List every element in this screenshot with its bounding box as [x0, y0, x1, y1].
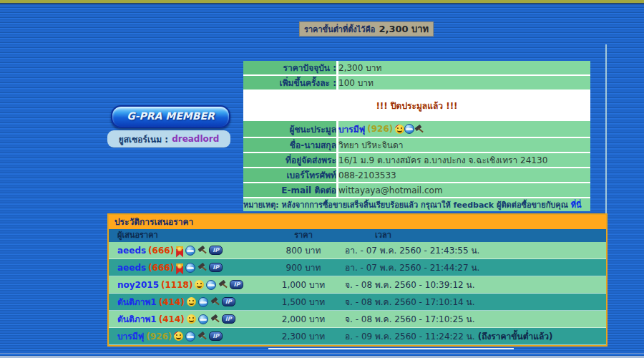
feedback-here-link[interactable]: ที่นี่: [571, 200, 582, 210]
bid-history-table: ประวัติการเสนอราคา ผู้เสนอราคา ราคา เวลา…: [107, 213, 608, 347]
ip-icon[interactable]: IP: [222, 297, 235, 306]
gavel-icon[interactable]: [197, 246, 207, 255]
bidder-link[interactable]: บารมีฟุ: [117, 329, 144, 343]
bidder-cell: ตันติภาพ1(414)IP: [109, 295, 268, 309]
bidder-feedback-score: (666): [148, 263, 174, 273]
bid-history-header: ผู้เสนอราคา ราคา เวลา: [109, 229, 606, 242]
gavel-icon[interactable]: [210, 314, 220, 324]
bidder-cell: บารมีฟุ(926)IP: [109, 329, 268, 343]
phone-value: 088-2103533: [338, 168, 591, 183]
bidder-cell: aeeds(666)IP: [109, 246, 268, 256]
column-bidder: ผู้เสนอราคา: [109, 229, 268, 242]
ip-icon[interactable]: IP: [209, 263, 223, 272]
bid-note: (ถึงราคาขั้นต่ำแล้ว): [478, 332, 553, 342]
bid-time: จ. - 08 พ.ค. 2560 - 10:39:12 น.: [339, 278, 606, 291]
bid-price: 1,500 บาท: [268, 295, 339, 309]
current-price-value: 2,300 บาท: [338, 61, 591, 75]
bottom-line: [0, 353, 644, 354]
gavel-icon[interactable]: [218, 280, 228, 289]
ip-icon[interactable]: IP: [209, 332, 223, 341]
username-box: ยูสเซอร์เนม : dreadlord: [107, 130, 230, 147]
current-price-label: ราคาปัจจุบัน :: [243, 61, 338, 75]
phone-row: เบอร์โทรศัพท์ 088-2103533: [243, 168, 590, 183]
top-dark-stripe: [0, 3, 644, 4]
address-label: ที่อยู่จัดส่งพระ: [243, 153, 338, 168]
minimum-price-value: 2,300 บาท: [379, 21, 429, 37]
gavel-icon[interactable]: [210, 297, 220, 306]
winner-row: ผู้ชนะประมูล บารมีฟุ (926): [243, 120, 590, 137]
current-price-row: ราคาปัจจุบัน : 2,300 บาท: [243, 61, 590, 75]
globe-icon[interactable]: [198, 314, 208, 324]
auction-page: { "top_notice": { "prefix": "ราคาขั้นต่ำ…: [0, 0, 644, 358]
column-time: เวลา: [339, 229, 606, 242]
bid-price: 900 บาท: [268, 261, 339, 274]
winner-feedback-score: (926): [367, 124, 393, 134]
bidder-link[interactable]: ตันติภาพ1: [117, 295, 157, 309]
bidder-feedback-score: (414): [159, 314, 185, 324]
globe-icon[interactable]: [206, 280, 216, 290]
globe-icon[interactable]: [404, 124, 414, 134]
gavel-icon[interactable]: [197, 263, 207, 272]
smiley-icon: [187, 314, 196, 324]
ip-icon[interactable]: IP: [209, 246, 223, 255]
bid-price: 2,300 บาท: [268, 329, 339, 343]
ip-icon[interactable]: IP: [222, 314, 235, 324]
medal-icon: [176, 246, 183, 258]
bidder-cell: noy2015(1118)IP: [109, 280, 268, 290]
table-row: ตันติภาพ1(414)IP2,000 บาทจ. - 08 พ.ค. 25…: [109, 311, 606, 328]
bid-price: 800 บาท: [268, 243, 339, 257]
gpra-member-button[interactable]: G-PRA MEMBER: [111, 105, 230, 128]
username-value: dreadlord: [172, 134, 219, 144]
bidder-feedback-score: (1118): [161, 280, 192, 290]
fullname-row: ชื่อ-นามสกุล วิทยา ปริหะจินดา: [243, 137, 590, 153]
bid-time: จ. - 08 พ.ค. 2560 - 17:10:25 น.: [339, 312, 606, 326]
winner-icons: [395, 124, 424, 135]
minimum-price-label: ราคาขั้นต่ำที่ตั้งไว้คือ: [304, 23, 375, 36]
table-row: บารมีฟุ(926)IP2,300 บาทอ. - 09 พ.ค. 2560…: [109, 328, 606, 345]
email-row: E-mail ติดต่อ wittayaya@hotmail.com: [243, 183, 590, 198]
bidder-link[interactable]: noy2015: [117, 280, 159, 290]
bidder-feedback-score: (666): [148, 246, 174, 256]
winner-label: ผู้ชนะประมูล: [243, 120, 338, 137]
auction-info-table: ราคาปัจจุบัน : 2,300 บาท เพิ่มขึ้นครั้งล…: [243, 61, 590, 211]
bid-time: อา. - 07 พ.ค. 2560 - 21:43:55 น.: [339, 243, 606, 257]
bid-price: 2,000 บาท: [268, 312, 339, 326]
ip-icon[interactable]: IP: [230, 280, 243, 289]
winner-value: บารมีฟุ (926): [338, 121, 590, 137]
globe-icon[interactable]: [185, 263, 195, 273]
table-row: noy2015(1118)IP1,000 บาทจ. - 08 พ.ค. 256…: [109, 276, 606, 294]
table-row: aeeds(666)IP800 บาทอา. - 07 พ.ค. 2560 - …: [109, 242, 606, 259]
medal-icon: [176, 263, 183, 275]
fullname-value: วิทยา ปริหะจินดา: [338, 137, 591, 153]
minimum-price-notice: ราคาขั้นต่ำที่ตั้งไว้คือ 2,300 บาท: [299, 21, 434, 37]
email-value: wittayaya@hotmail.com: [338, 183, 591, 198]
gavel-icon[interactable]: [197, 332, 207, 341]
smiley-santa-icon: [395, 125, 404, 134]
auction-closed-notice: !!! ปิดประมูลแล้ว !!!: [243, 90, 590, 120]
globe-icon[interactable]: [185, 246, 195, 256]
smiley-icon: [187, 297, 196, 306]
increment-value: 100 บาท: [338, 75, 591, 90]
globe-icon[interactable]: [198, 297, 208, 307]
bidder-link[interactable]: aeeds: [117, 263, 146, 273]
email-label: E-mail ติดต่อ: [243, 183, 338, 198]
bidder-cell: ตันติภาพ1(414)IP: [109, 312, 268, 326]
address-row: ที่อยู่จัดส่งพระ 16/1 ม.9 ต.บางสมัคร อ.บ…: [243, 153, 590, 168]
bid-time: อา. - 07 พ.ค. 2560 - 21:44:27 น.: [339, 261, 606, 274]
table-row: aeeds(666)IP900 บาทอา. - 07 พ.ค. 2560 - …: [109, 259, 606, 276]
bid-price: 1,000 บาท: [268, 278, 339, 291]
gavel-icon[interactable]: [414, 125, 424, 134]
bidder-link[interactable]: ตันติภาพ1: [117, 312, 157, 326]
bidder-feedback-score: (926): [146, 332, 172, 342]
bid-history-rows: aeeds(666)IP800 บาทอา. - 07 พ.ค. 2560 - …: [109, 242, 606, 345]
feedback-note-text: หมายเหตุ: หลังจากการซื้อขายเสร็จสิ้นเรีย…: [243, 200, 568, 210]
address-value: 16/1 ม.9 ต.บางสมัคร อ.บางปะกง จ.ฉะเชิงเท…: [338, 153, 591, 168]
phone-label: เบอร์โทรศัพท์: [243, 168, 338, 183]
bidder-feedback-score: (414): [159, 297, 185, 307]
smiley-icon: [195, 280, 204, 289]
smiley-santa-icon: [174, 332, 183, 341]
horizontal-rule: [268, 348, 514, 349]
winner-name-link[interactable]: บารมีฟุ: [338, 122, 365, 136]
bidder-link[interactable]: aeeds: [117, 246, 146, 256]
globe-icon[interactable]: [185, 332, 195, 342]
